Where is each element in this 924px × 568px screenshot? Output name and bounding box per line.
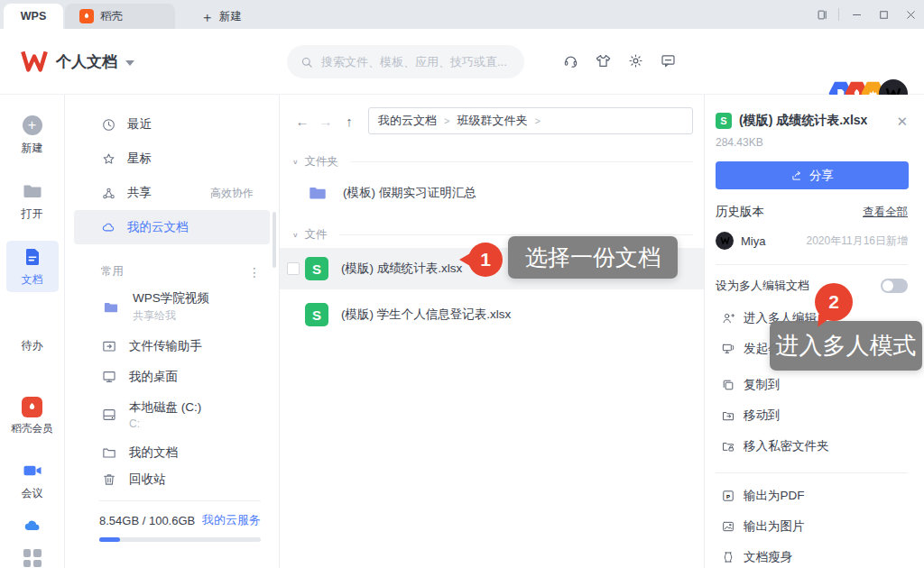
- file-list-area: ← → ↑ 我的云文档 > 班级群文件夹 > ∨ 文件夹 (模板) 假期实习证明…: [280, 95, 704, 568]
- window-controls: [808, 0, 924, 29]
- chevron-down-icon: ∨: [292, 232, 299, 239]
- storage-usage: 8.54GB / 100.6GB: [99, 514, 195, 527]
- divider: [350, 161, 693, 162]
- entry-my-documents[interactable]: 我的文档: [74, 437, 270, 468]
- folders-section-header[interactable]: ∨ 文件夹: [292, 154, 693, 169]
- video-camera-icon: [22, 460, 43, 481]
- breadcrumb-toolbar: ← → ↑ 我的云文档 > 班级群文件夹 >: [292, 107, 693, 134]
- folder-row-internship[interactable]: (模板) 假期实习证明汇总: [280, 175, 704, 211]
- view-all-link[interactable]: 查看全部: [863, 205, 908, 220]
- share-button[interactable]: 分享: [716, 161, 909, 189]
- cloud-service-link[interactable]: 我的云服务: [202, 512, 261, 528]
- action-doc-slim[interactable]: 文档瘦身: [716, 547, 908, 567]
- storage-progress-bar: [99, 537, 261, 542]
- entry-recycle-bin[interactable]: 回收站: [74, 468, 270, 491]
- apps-grid-icon: [22, 547, 43, 568]
- search-icon: [300, 55, 314, 69]
- search-box[interactable]: [287, 45, 524, 78]
- docer-member-icon: [22, 396, 43, 417]
- action-move-to[interactable]: 移动到: [716, 406, 908, 426]
- settings-gear-icon[interactable]: [626, 51, 645, 70]
- nav-item-starred[interactable]: 星标: [74, 142, 270, 176]
- step-1-tooltip: 选择一份文档: [508, 236, 678, 279]
- nav-item-my-cloud-docs[interactable]: 我的云文档: [74, 210, 270, 244]
- tab-wps[interactable]: WPS: [4, 4, 63, 29]
- action-copy-to[interactable]: 复制到: [716, 375, 908, 395]
- minimize-button[interactable]: [843, 0, 870, 29]
- action-export-pdf[interactable]: 输出为PDF: [716, 486, 908, 506]
- new-plus-icon: +: [22, 115, 43, 136]
- docer-flame-icon: [79, 9, 94, 23]
- common-section-header: 常用 ⋮: [101, 264, 261, 279]
- sidebar-item-docer-member[interactable]: 稻壳会员: [6, 390, 59, 440]
- nav-item-shared[interactable]: 共享 高效协作: [74, 176, 270, 210]
- multi-edit-label: 设为多人编辑文档: [716, 278, 809, 294]
- multi-edit-toggle[interactable]: [881, 279, 908, 293]
- close-button[interactable]: [897, 0, 924, 29]
- wps-home-window: WPS 稻壳 ＋ 新建 个人文档: [0, 0, 924, 568]
- folder-icon: [101, 299, 121, 316]
- more-dots-icon[interactable]: ⋮: [248, 265, 261, 279]
- new-tab-label: 新建: [219, 9, 242, 24]
- action-export-image[interactable]: 输出为图片: [716, 517, 908, 536]
- chevron-right-icon: >: [534, 115, 540, 126]
- header-icons: [561, 51, 678, 70]
- file-row-student-info[interactable]: S (模版) 学生个人信息登记表.xlsx: [280, 295, 704, 334]
- trash-icon: [101, 472, 117, 488]
- share-icon: [101, 186, 116, 201]
- back-arrow-button[interactable]: ←: [292, 110, 312, 132]
- copy-icon: [721, 378, 735, 392]
- scrollbar-thumb[interactable]: [273, 212, 276, 268]
- move-folder-icon: [721, 408, 735, 423]
- detail-filename: (模版) 成绩统计表.xlsx: [739, 113, 867, 129]
- search-input[interactable]: [321, 55, 512, 69]
- sidebar-item-apps[interactable]: 应用: [6, 542, 59, 568]
- sidebar-item-meeting[interactable]: 会议: [6, 454, 59, 506]
- tab-docer-label: 稻壳: [100, 9, 123, 24]
- tab-list-icon[interactable]: [808, 0, 835, 29]
- nav-item-recent[interactable]: 最近: [74, 107, 270, 142]
- feedback-chat-icon[interactable]: [659, 51, 678, 70]
- wps-logo-icon: [20, 48, 49, 75]
- left-sidebar: + 新建 打开 文档 待办 稻壳会员 会议 应用: [0, 95, 65, 568]
- entry-local-disk-c[interactable]: 本地磁盘 (C:) C:: [74, 392, 270, 437]
- sidebar-item-todo[interactable]: 待办: [6, 307, 59, 358]
- storage-row: 8.54GB / 100.6GB 我的云服务: [99, 512, 261, 528]
- lock-folder-icon: [721, 439, 735, 453]
- breadcrumb-item-class-folder[interactable]: 班级群文件夹: [457, 113, 527, 129]
- doc-slim-icon: [721, 550, 735, 564]
- collab-badge: 高效协作: [210, 186, 254, 201]
- theme-shirt-icon[interactable]: [594, 51, 613, 70]
- row-checkbox[interactable]: [287, 262, 300, 275]
- forward-arrow-button[interactable]: →: [316, 110, 336, 132]
- tab-docer[interactable]: 稻壳: [65, 4, 175, 29]
- desktop-icon: [101, 369, 117, 385]
- chevron-down-icon[interactable]: [125, 60, 134, 66]
- open-folder-icon: [22, 180, 43, 202]
- support-headset-icon[interactable]: [561, 51, 580, 70]
- close-panel-icon[interactable]: ✕: [896, 115, 908, 128]
- maximize-button[interactable]: [870, 0, 897, 29]
- sidebar-item-documents[interactable]: 文档: [6, 241, 59, 292]
- workspace-title[interactable]: 个人文档: [56, 51, 117, 72]
- person-add-icon: [721, 311, 735, 325]
- breadcrumb[interactable]: 我的云文档 > 班级群文件夹 >: [368, 107, 693, 134]
- plus-icon: ＋: [200, 10, 214, 23]
- entry-file-transfer[interactable]: 文件传输助手: [74, 331, 270, 362]
- sidebar-item-open[interactable]: 打开: [6, 175, 59, 226]
- entry-wps-academy[interactable]: WPS学院视频 共享给我: [74, 283, 270, 331]
- folder-icon: [305, 183, 330, 203]
- promo-cloud-icon[interactable]: [6, 513, 59, 538]
- window-tab-bar: WPS 稻壳 ＋ 新建: [0, 0, 924, 29]
- new-tab-button[interactable]: ＋ 新建: [188, 4, 254, 29]
- tab-wps-label: WPS: [21, 10, 46, 23]
- action-move-to-private[interactable]: 移入私密文件夹: [716, 436, 908, 456]
- up-arrow-button[interactable]: ↑: [339, 110, 359, 132]
- step-1-marker: 1: [468, 243, 503, 277]
- sidebar-item-new[interactable]: + 新建: [6, 109, 59, 160]
- chevron-right-icon: >: [444, 115, 449, 126]
- entry-my-desktop[interactable]: 我的桌面: [74, 362, 270, 392]
- breadcrumb-item-cloud-docs[interactable]: 我的云文档: [378, 113, 437, 129]
- step-2-tooltip: 进入多人模式: [770, 321, 922, 371]
- star-icon: [101, 151, 116, 167]
